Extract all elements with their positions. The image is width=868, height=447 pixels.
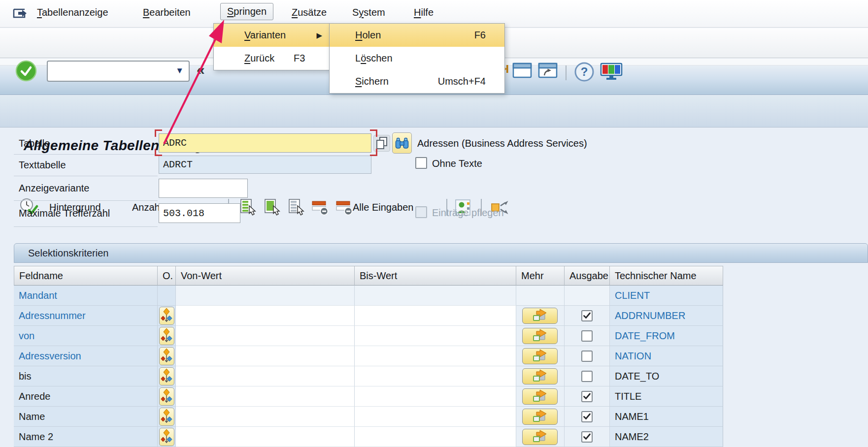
bis-wert-cell[interactable] [355,286,516,306]
create-shortcut-icon[interactable] [538,63,558,80]
collapse-icon[interactable]: « [197,62,205,78]
von-wert-cell[interactable] [176,366,355,386]
ohne-texte-checkbox[interactable] [415,157,427,169]
ausgabe-checkbox[interactable] [581,330,593,342]
von-wert-cell[interactable] [176,427,355,447]
multiple-selection-operator-button[interactable] [159,307,174,325]
help-icon[interactable]: ? [573,61,595,84]
multiple-values-icon[interactable] [373,135,390,152]
column-header-bis-wert: Bis-Wert [355,266,516,286]
bis-wert-cell[interactable] [355,427,516,447]
bis-wert-cell[interactable] [355,346,516,366]
mehr-selection-button[interactable] [522,368,558,384]
mehr-selection-icon [531,329,549,343]
choose-block-icon[interactable] [264,199,282,218]
alle-eingaben-button[interactable]: Alle Eingaben [353,202,413,213]
delete-selection-rows-icon[interactable] [312,201,330,217]
customize-layout-icon[interactable] [600,63,624,83]
von-wert-cell[interactable] [176,407,355,427]
texttabelle-input[interactable] [159,156,371,174]
multiple-selection-operator-button[interactable] [159,347,174,365]
multiple-selection-operator-button[interactable] [159,367,174,385]
mehr-selection-button[interactable] [522,328,558,344]
tabelle-label: Tabelle [19,138,50,149]
ausgabe-checkbox[interactable] [581,411,593,422]
multiple-selection-operator-button[interactable] [159,327,174,345]
menubar-item-zus-tze[interactable]: Zusätze [292,7,327,18]
menu-shortcut: F3 [294,53,305,64]
menu-shortcut: F6 [474,30,486,41]
delete-all-rows-icon[interactable] [336,201,354,217]
bis-wert-cell[interactable] [355,386,516,407]
anzeigevariante-input[interactable] [159,179,248,198]
operator-cell [158,386,176,407]
mehr-selection-button[interactable] [522,388,558,405]
menu-shortcut: Umsch+F4 [438,76,486,87]
mehr-selection-button[interactable] [522,429,558,445]
von-wert-cell[interactable] [176,346,355,366]
toolbar-separator [566,65,567,80]
mehr-selection-button[interactable] [522,348,558,364]
diamonds-operator-icon [161,368,172,385]
varianten-submenu: HolenF6LöschenSichernUmsch+F4 [329,23,505,94]
multiple-selection-operator-button[interactable] [159,408,174,426]
new-session-icon[interactable] [512,63,532,80]
system-menu-icon[interactable] [12,6,29,22]
ausgabe-checkbox[interactable] [581,351,593,362]
ausgabe-checkbox[interactable] [581,310,593,321]
diamonds-operator-icon [161,408,172,425]
menubar-item-system[interactable]: System [352,7,385,18]
ausgabe-checkbox[interactable] [581,391,593,402]
table-header-row: FeldnameO.Von-WertBis-WertMehrAusgabeTec… [14,266,723,286]
ohne-texte-label: Ohne Texte [432,158,482,169]
mehr-cell [516,366,565,386]
operator-cell [158,407,176,427]
diamonds-operator-icon [161,388,172,405]
choose-fields-icon[interactable] [288,199,306,218]
command-field[interactable]: ▼ [47,61,190,82]
bis-wert-cell[interactable] [355,326,516,346]
table-row-adressnummer: AdressnummerADDRNUMBER [14,306,723,326]
menu-item-label: Varianten [244,30,286,41]
multiple-selection-operator-button[interactable] [159,387,174,406]
mehr-selection-icon [531,389,549,404]
bis-wert-cell[interactable] [355,366,516,386]
bis-wert-cell[interactable] [355,407,516,427]
von-wert-cell[interactable] [176,386,355,407]
mehr-cell [516,326,565,346]
multiple-selection-operator-button[interactable] [159,428,174,446]
ausgabe-checkbox[interactable] [581,371,593,382]
menu-item-label: Sichern [355,76,389,87]
diamonds-operator-icon [161,307,172,324]
feldname-cell: Anrede [14,386,158,407]
menubar-item-hilfe[interactable]: Hilfe [414,7,434,18]
bis-wert-cell[interactable] [355,306,516,326]
anzeigevariante-label: Anzeigevariante [19,183,89,194]
max-trefferzahl-input[interactable] [159,203,240,223]
menu-item-varianten[interactable]: Varianten▶ [214,24,329,47]
table-row-name: NameNAME1 [14,407,723,427]
table-row-name-2: Name 2NAME2 [14,427,723,447]
menu-item-l-schen[interactable]: Löschen [330,47,504,70]
menu-item-holen[interactable]: HolenF6 [330,24,504,47]
mehr-selection-button[interactable] [522,409,558,425]
column-header-von-wert: Von-Wert [176,266,355,286]
command-field-dropdown-icon[interactable]: ▼ [175,66,184,76]
table-row-adressversion: AdressversionNATION [14,346,723,366]
tabelle-input[interactable] [159,133,371,153]
von-wert-cell[interactable] [176,326,355,346]
mehr-selection-button[interactable] [522,308,558,324]
enter-button[interactable] [15,60,37,83]
search-help-icon[interactable] [392,132,412,154]
menu-item-zur-ck[interactable]: ZurückF3 [214,47,329,70]
menu-item-sichern[interactable]: SichernUmsch+F4 [330,70,504,93]
choose-selection-fields-icon[interactable] [240,199,258,218]
menubar-item-tabellenanzeige[interactable]: Tabellenanzeige [37,7,108,18]
von-wert-cell[interactable] [176,286,355,306]
von-wert-cell[interactable] [176,306,355,326]
column-header-mehr: Mehr [516,266,565,286]
ausgabe-checkbox[interactable] [581,431,593,443]
menubar-item-springen[interactable]: Springen [220,3,273,20]
menubar-item-bearbeiten[interactable]: Bearbeiten [143,7,191,18]
ausgabe-cell [565,286,610,306]
